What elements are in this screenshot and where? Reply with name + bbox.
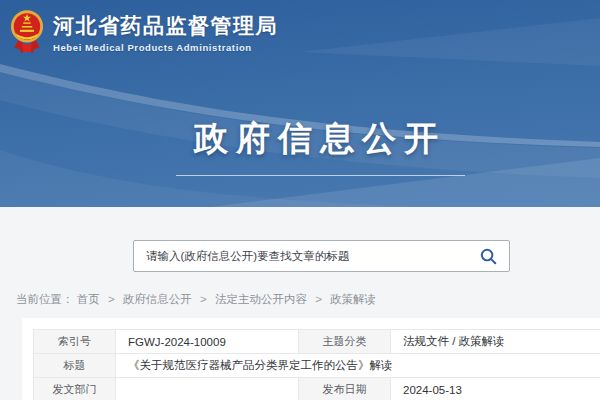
document-card: 索引号 FGWJ-2024-10009 主题分类 法规文件 / 政策解读 标题 … <box>22 318 600 400</box>
breadcrumb-item-statutory-disclosure[interactable]: 法定主动公开内容 <box>215 293 307 305</box>
banner-title-block: 政府信息公开 <box>20 116 600 176</box>
field-label-title: 标题 <box>34 354 116 378</box>
breadcrumb-item-current: 政策解读 <box>330 293 376 305</box>
search-input[interactable] <box>146 250 472 262</box>
page: 河北省药品监督管理局 Hebei Medical Products Admini… <box>0 0 600 400</box>
search-icon[interactable] <box>480 248 497 265</box>
document-info-table: 索引号 FGWJ-2024-10009 主题分类 法规文件 / 政策解读 标题 … <box>33 329 600 400</box>
table-row-title: 标题 《关于规范医疗器械产品分类界定工作的公告》解读 <box>34 354 600 378</box>
field-value-index-number: FGWJ-2024-10009 <box>116 330 299 354</box>
breadcrumb-separator: > <box>315 293 322 305</box>
field-label-topic-category: 主题分类 <box>299 330 391 354</box>
breadcrumb-item-gov-info[interactable]: 政府信息公开 <box>123 293 192 305</box>
field-value-issuing-department <box>116 378 299 400</box>
field-label-index-number: 索引号 <box>34 330 116 354</box>
national-emblem-icon <box>10 8 44 58</box>
table-row-department-date: 发文部门 发布日期 2024-05-13 <box>34 378 600 400</box>
field-label-publish-date: 发布日期 <box>299 378 391 400</box>
field-value-title: 《关于规范医疗器械产品分类界定工作的公告》解读 <box>116 354 600 378</box>
site-logo-header[interactable]: 河北省药品监督管理局 Hebei Medical Products Admini… <box>10 8 278 58</box>
field-value-publish-date: 2024-05-13 <box>391 378 600 400</box>
title-underline <box>176 175 465 176</box>
site-title-group: 河北省药品监督管理局 Hebei Medical Products Admini… <box>53 8 278 53</box>
breadcrumb: 当前位置： 首页 > 政府信息公开 > 法定主动公开内容 > 政策解读 <box>16 292 376 307</box>
field-value-topic-category: 法规文件 / 政策解读 <box>391 330 600 354</box>
table-row-index: 索引号 FGWJ-2024-10009 主题分类 法规文件 / 政策解读 <box>34 330 600 354</box>
breadcrumb-item-home[interactable]: 首页 <box>77 293 100 305</box>
page-title: 政府信息公开 <box>20 116 600 162</box>
banner: 河北省药品监督管理局 Hebei Medical Products Admini… <box>0 0 600 207</box>
breadcrumb-separator: > <box>108 293 115 305</box>
breadcrumb-separator: > <box>200 293 207 305</box>
org-name-zh: 河北省药品监督管理局 <box>53 14 278 37</box>
search-box <box>133 240 510 272</box>
org-name-en: Hebei Medical Products Administration <box>53 42 278 53</box>
field-label-issuing-department: 发文部门 <box>34 378 116 400</box>
breadcrumb-label: 当前位置： <box>16 293 74 305</box>
